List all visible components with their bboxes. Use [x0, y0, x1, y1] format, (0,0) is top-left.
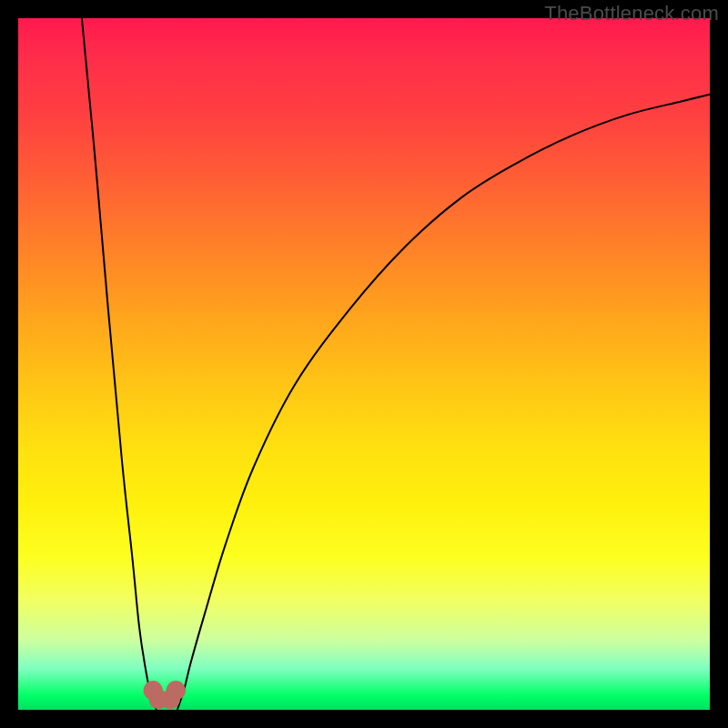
- trough-marker: [167, 681, 186, 700]
- curve-right: [177, 95, 710, 710]
- curve-left: [82, 18, 157, 710]
- curves-svg: [18, 18, 710, 710]
- attribution-text: TheBottleneck.com: [544, 2, 719, 25]
- chart-frame: TheBottleneck.com: [0, 0, 728, 728]
- plot-area: [18, 18, 710, 710]
